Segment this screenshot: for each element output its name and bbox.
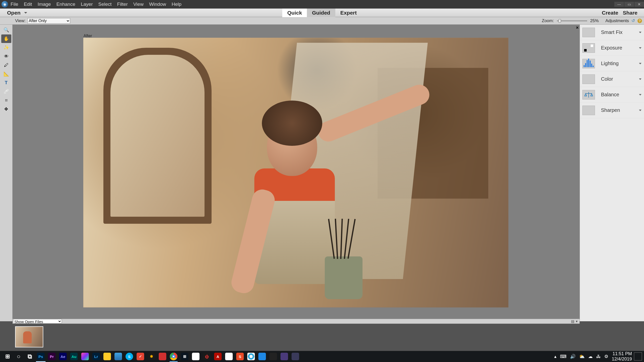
- menu-enhance[interactable]: Enhance: [56, 2, 75, 7]
- bin-grid-icon[interactable]: ▤: [571, 319, 574, 323]
- toolbox: 🔍✋✨👁🖊📐T🩹⌗✥: [0, 25, 13, 321]
- windows-taskbar: ⊞○⧉PsPrAeAuLrS✓✱⊞⏻AS ▴⌨🔊⛅☁🖧⚙ 11:51 PM 12…: [0, 351, 644, 362]
- menu-edit[interactable]: Edit: [24, 2, 32, 7]
- balance-icon: [582, 90, 595, 100]
- adjustments-panel: Smart FixExposureLightingColorBalanceSha…: [580, 25, 644, 321]
- tray-icon-3[interactable]: ⛅: [579, 354, 585, 359]
- taskbar-pse[interactable]: [290, 351, 301, 362]
- taskbar-blueapp[interactable]: [257, 351, 268, 362]
- taskbar-photoshop[interactable]: Ps: [35, 351, 46, 362]
- view-select[interactable]: After Only: [27, 18, 70, 24]
- taskbar-todoist[interactable]: ✓: [135, 351, 146, 362]
- taskbar-document[interactable]: [223, 351, 234, 362]
- document-canvas[interactable]: [83, 38, 508, 307]
- eye-tool[interactable]: 👁: [1, 52, 11, 61]
- taskbar-audition[interactable]: Au: [68, 351, 79, 362]
- tab-expert[interactable]: Expert: [335, 9, 362, 17]
- zoom-label: Zoom:: [542, 18, 554, 23]
- tray-icon-2[interactable]: 🔊: [570, 354, 576, 359]
- taskbar-slack[interactable]: [190, 351, 201, 362]
- notification-icon[interactable]: [634, 352, 642, 360]
- tray-icon-4[interactable]: ☁: [588, 354, 593, 359]
- menu-filter[interactable]: Filter: [117, 2, 128, 7]
- tab-quick[interactable]: Quick: [282, 9, 307, 17]
- crop-tool[interactable]: ⌗: [1, 96, 11, 105]
- chrome-icon: [170, 353, 177, 360]
- share-button[interactable]: Share: [623, 10, 639, 16]
- adjustment-balance[interactable]: Balance: [580, 87, 644, 103]
- taskbar-calculator[interactable]: ⊞: [179, 351, 190, 362]
- zoom-tool[interactable]: 🔍: [1, 26, 11, 34]
- taskbar-vidapp[interactable]: [279, 351, 290, 362]
- pse-icon: [292, 353, 299, 360]
- maximize-button[interactable]: ▭: [624, 2, 634, 7]
- taskbar-prism[interactable]: [79, 351, 91, 362]
- tray-icon-5[interactable]: 🖧: [596, 354, 601, 359]
- tray-icon-0[interactable]: ▴: [554, 354, 556, 359]
- adjustment-label: Color: [601, 76, 613, 82]
- whiten-tool[interactable]: 🖊: [1, 61, 11, 69]
- taskbar-lightroom[interactable]: Lr: [91, 351, 102, 362]
- close-button[interactable]: ✕: [634, 2, 644, 7]
- chevron-down-icon: [639, 78, 641, 80]
- lightroom-icon: Lr: [92, 353, 100, 360]
- taskbar-photos[interactable]: [268, 351, 279, 362]
- taskbar-store[interactable]: [113, 351, 124, 362]
- taskbar-acrobat[interactable]: A: [212, 351, 223, 362]
- spot-heal-tool[interactable]: 🩹: [1, 87, 11, 96]
- menu-image[interactable]: Image: [37, 2, 51, 7]
- straighten-tool[interactable]: 📐: [1, 70, 11, 78]
- taskbar-aftereffects[interactable]: Ae: [57, 351, 68, 362]
- tray-icon-1[interactable]: ⌨: [560, 354, 567, 359]
- menu-layer[interactable]: Layer: [81, 2, 93, 7]
- photoshop-icon: Ps: [37, 353, 45, 360]
- adjustment-smartfix[interactable]: Smart Fix: [580, 25, 644, 40]
- adjustment-color[interactable]: Color: [580, 71, 644, 87]
- taskbar-honeycomb[interactable]: ✱: [146, 351, 157, 362]
- prism-icon: [81, 353, 89, 360]
- taskbar-chrome[interactable]: [168, 351, 179, 362]
- move-tool[interactable]: ✥: [1, 105, 11, 113]
- title-bar: ◉ FileEditImageEnhanceLayerSelectFilterV…: [0, 0, 644, 9]
- help-icon[interactable]: ?: [637, 19, 642, 23]
- taskbar-clock[interactable]: 11:51 PM 12/4/2019: [612, 351, 632, 361]
- adjustment-exposure[interactable]: Exposure: [580, 40, 644, 56]
- open-button[interactable]: Open: [0, 10, 32, 16]
- taskbar-premiere[interactable]: Pr: [46, 351, 57, 362]
- photo-bin-thumbnail[interactable]: [15, 326, 43, 347]
- taskbar-taskview[interactable]: ⧉: [24, 351, 35, 362]
- tab-guided[interactable]: Guided: [307, 9, 335, 17]
- menu-bar: FileEditImageEnhanceLayerSelectFilterVie…: [11, 2, 181, 7]
- taskbar-explorer[interactable]: [102, 351, 113, 362]
- adjustment-lighting[interactable]: Lighting: [580, 56, 644, 71]
- minimize-button[interactable]: —: [614, 2, 624, 7]
- sharpen-icon: [582, 106, 595, 115]
- reset-panel-icon[interactable]: ↺: [631, 18, 635, 23]
- create-button[interactable]: Create: [602, 10, 620, 16]
- create-label: Create: [602, 10, 618, 16]
- taskbar-snagit[interactable]: S: [234, 351, 246, 362]
- photo-bin-select[interactable]: Show Open Files: [13, 319, 62, 324]
- zoom-slider[interactable]: [557, 20, 587, 21]
- lighting-icon: [582, 59, 595, 68]
- taskbar-start[interactable]: ⊞: [2, 351, 13, 362]
- taskbar-skype[interactable]: S: [124, 351, 135, 362]
- quick-select-tool[interactable]: ✨: [1, 43, 11, 52]
- type-tool[interactable]: T: [1, 78, 11, 87]
- menu-file[interactable]: File: [11, 2, 18, 7]
- hand-tool[interactable]: ✋: [1, 34, 11, 43]
- adjustment-sharpen[interactable]: Sharpen: [580, 103, 644, 118]
- taskbar-power[interactable]: ⏻: [201, 351, 212, 362]
- taskbar-snip[interactable]: [157, 351, 168, 362]
- menu-window[interactable]: Window: [149, 2, 166, 7]
- bin-menu-icon[interactable]: ▾: [576, 319, 578, 323]
- cortana-icon: ○: [15, 353, 22, 360]
- menu-select[interactable]: Select: [98, 2, 112, 7]
- menu-help[interactable]: Help: [172, 2, 181, 7]
- app-icon: ◉: [2, 1, 8, 8]
- taskbar-cortana[interactable]: ○: [13, 351, 24, 362]
- taskbar-support[interactable]: [246, 351, 257, 362]
- close-document-icon[interactable]: ×: [576, 25, 579, 30]
- tray-icon-6[interactable]: ⚙: [604, 354, 608, 359]
- menu-view[interactable]: View: [133, 2, 144, 7]
